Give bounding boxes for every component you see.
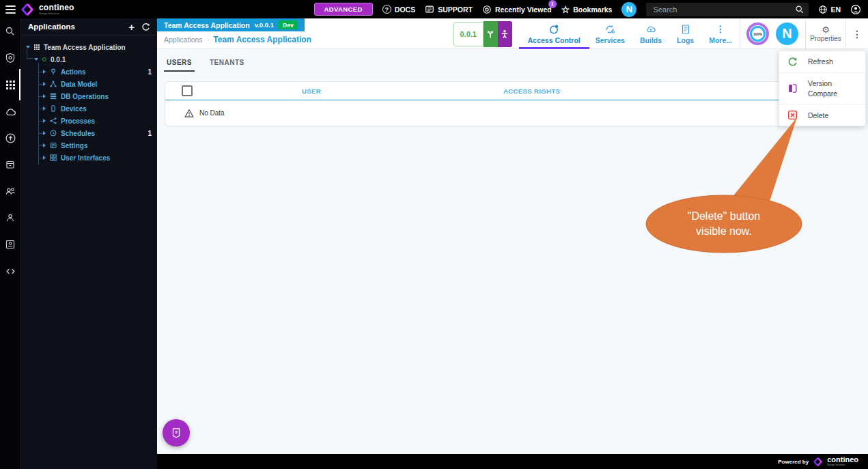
select-all-checkbox[interactable] [182,85,193,96]
footer-brand-name: contineo [827,456,858,464]
tree-node-data-model[interactable]: Data Model [21,78,157,90]
panel-title: Applications [28,23,75,31]
tree-connector [27,49,33,59]
topbar-right: ADVANCED ? DOCS SUPPORT Recently Viewed … [314,0,868,18]
column-header-access-rights[interactable]: ACCESS RIGHTS [503,87,560,95]
search-icon[interactable] [795,5,804,14]
tree-node-db-operations[interactable]: DB Operations [21,90,157,102]
support-icon [425,5,434,14]
footer-contineo-logo-icon [813,457,822,466]
rail-applications[interactable] [0,77,20,92]
contineo-logo-icon [21,3,33,16]
more-dots-icon [715,24,726,35]
tree-node-actions[interactable]: Actions 1 [21,66,157,78]
caret-down-icon[interactable] [26,46,30,48]
nav-services[interactable]: Services [588,18,632,49]
separator [740,18,740,49]
builds-cloud-icon [645,24,656,35]
rail-deploy[interactable] [0,130,20,145]
account-icon[interactable] [850,4,861,15]
rail-active-indicator [19,69,20,100]
db-operations-icon [50,93,57,100]
support-link[interactable]: SUPPORT [425,5,473,14]
caret-right-icon[interactable] [43,131,46,135]
menu-item-refresh[interactable]: Refresh [779,51,865,72]
user-interfaces-icon [50,154,57,161]
rail-package[interactable] [0,157,20,172]
branch-version-button[interactable] [484,21,498,47]
help-bubble-icon: ? [170,427,182,439]
caret-right-icon[interactable] [43,70,46,74]
caret-right-icon[interactable] [43,156,46,160]
table-header-row: USER ACCESS RIGHTS [165,82,860,100]
language-selector[interactable]: EN [818,5,841,14]
warning-icon [184,109,194,118]
caret-right-icon[interactable] [43,143,46,147]
empty-state-label: No Data [199,109,225,117]
tree-node-label: Team Access Application [44,44,126,51]
breadcrumb-parent[interactable]: Applications [164,35,203,44]
tree-node-settings[interactable]: Settings [21,139,157,152]
tree-node-user-interfaces[interactable]: User Interfaces [21,152,157,164]
rail-cloud[interactable] [0,104,20,119]
refresh-tree-icon[interactable] [141,23,150,31]
search-input[interactable] [653,5,795,14]
application-tab-version: v.0.0.1 [255,21,274,29]
recently-viewed-link[interactable]: Recently Viewed 1 [482,5,552,14]
left-rail [0,18,20,469]
globe-icon [818,5,828,14]
recently-viewed-label: Recently Viewed [495,5,552,14]
user-access-button[interactable] [498,21,512,47]
help-fab-button[interactable]: ? [163,419,190,446]
caret-right-icon[interactable] [43,119,46,123]
tree-node-processes[interactable]: Processes [21,115,157,127]
caret-right-icon[interactable] [43,82,46,86]
brand-name: contineo [39,3,74,12]
advanced-button[interactable]: ADVANCED [314,3,373,16]
nav-logs[interactable]: Logs [669,18,701,49]
tree-node-devices[interactable]: Devices [21,102,157,115]
powered-by-label: Powered by [778,459,809,465]
apps-grid-icon [6,81,15,89]
tab-users[interactable]: USERS [167,59,192,72]
kebab-menu-button[interactable]: ⋮ [846,18,868,49]
data-model-icon [50,81,57,87]
caret-right-icon[interactable] [43,106,46,111]
menu-item-version-compare[interactable]: Version Compare [779,73,865,104]
nav-access-control[interactable]: Access Control [520,18,588,49]
tree-node-schedules[interactable]: Schedules 1 [21,127,157,139]
application-tab[interactable]: Team Access Application v.0.0.1 Dev [157,18,305,31]
tab-tenants[interactable]: TENANTS [210,59,244,72]
node-count-badge: 1 [148,68,152,76]
rail-id-card[interactable] [0,237,20,252]
n-logo-icon[interactable]: N [621,2,636,17]
tree-node-label: 0.0.1 [51,56,66,63]
docs-link[interactable]: ? DOCS [382,5,415,14]
rail-user-groups[interactable] [0,184,20,199]
app-logo-icon[interactable]: N [776,23,798,45]
panel-header: Applications + [21,18,157,35]
nav-builds[interactable]: Builds [632,18,669,49]
tree-node-application[interactable]: Team Access Application [21,41,157,53]
menu-item-delete[interactable]: Delete [779,104,865,126]
column-header-user[interactable]: USER [302,87,321,95]
rail-users[interactable] [0,210,20,225]
tree-node-version[interactable]: 0.0.1 [21,53,157,66]
properties-button[interactable]: ⚙ Properties [806,18,845,49]
support-label: SUPPORT [438,5,473,14]
services-icon [604,24,615,35]
nav-more[interactable]: More... [701,18,740,49]
add-application-icon[interactable]: + [128,22,135,32]
settings-icon [50,142,57,149]
rail-search[interactable] [0,24,20,39]
caret-right-icon[interactable] [43,94,46,98]
star-icon: ☆ [561,5,570,14]
rail-governance[interactable] [0,51,20,66]
bookmarks-link[interactable]: ☆ Bookmarks [561,5,613,14]
empty-state-row: No Data [165,100,860,126]
hamburger-menu-icon[interactable] [5,5,16,14]
main-header: Team Access Application v.0.0.1 Dev Appl… [157,18,868,49]
content: USERS TENANTS USER ACCESS RIGHTS No Data [157,49,868,126]
caret-down-icon[interactable] [34,58,38,61]
rail-code[interactable] [0,264,20,279]
